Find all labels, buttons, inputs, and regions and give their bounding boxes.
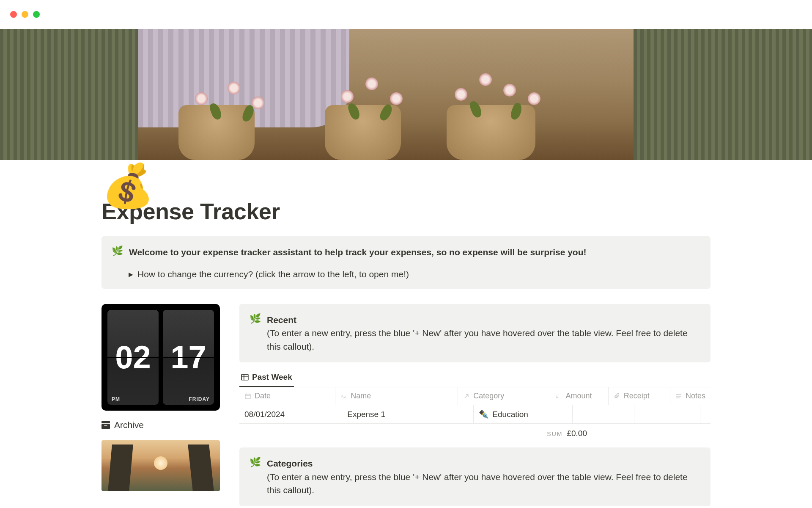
archive-label: Archive [114, 420, 144, 430]
col-receipt[interactable]: Receipt [609, 387, 670, 405]
categories-title: Categories [267, 457, 700, 470]
welcome-callout: 🌿 Welcome to your expense tracker assist… [102, 236, 710, 289]
recent-table: Date Aa Name Category # Amount [239, 387, 710, 424]
svg-rect-0 [241, 374, 248, 380]
cell-receipt[interactable] [634, 405, 700, 423]
col-category[interactable]: Category [458, 387, 550, 405]
sum-row: SUM £0.00 [239, 424, 592, 438]
svg-rect-3 [245, 394, 250, 399]
categories-callout: 🌿 Categories (To enter a new entry, pres… [239, 447, 710, 506]
table-row[interactable]: 08/01/2024 Expense 1 ✒️ Education [239, 405, 710, 424]
toggle-arrow-icon: ▶ [129, 271, 133, 278]
page-title[interactable]: Expense Tracker [102, 198, 710, 224]
clock-day: FRIDAY [189, 396, 210, 402]
sum-label: SUM [547, 431, 562, 437]
window-minimize-button[interactable] [22, 11, 28, 18]
window-close-button[interactable] [10, 11, 17, 18]
clock-hour: 02 [107, 310, 159, 405]
toggle-label: How to change the currency? (click the a… [137, 269, 409, 279]
herb-icon: 🌿 [250, 313, 261, 324]
window-chrome [0, 0, 812, 29]
col-notes[interactable]: Notes [670, 387, 710, 405]
clock-widget: 02 17 PM FRIDAY [102, 304, 220, 411]
col-amount[interactable]: # Amount [550, 387, 608, 405]
herb-icon: 🌿 [112, 246, 123, 257]
tab-past-week[interactable]: Past Week [239, 370, 294, 387]
cell-name[interactable]: Expense 1 [342, 405, 474, 423]
sum-value: £0.00 [567, 429, 587, 438]
table-header: Date Aa Name Category # Amount [239, 387, 710, 405]
col-name[interactable]: Aa Name [335, 387, 458, 405]
attachment-icon [614, 393, 620, 400]
text-icon: Aa [340, 393, 347, 400]
page-cover[interactable] [0, 29, 812, 160]
clock-period: PM [112, 396, 120, 402]
welcome-text: Welcome to your expense tracker assistan… [129, 246, 587, 259]
recent-title: Recent [267, 313, 700, 327]
archive-link[interactable]: Archive [102, 420, 220, 430]
clock-minute: 17 [163, 310, 214, 405]
category-page-icon: ✒️ [479, 409, 489, 419]
number-icon: # [555, 393, 562, 400]
herb-icon: 🌿 [250, 457, 261, 468]
categories-subtitle: (To enter a new entry, press the blue '+… [267, 470, 700, 497]
recent-subtitle: (To enter a new entry, press the blue '+… [267, 326, 700, 353]
archive-icon [102, 421, 110, 429]
table-icon [241, 373, 249, 381]
notes-icon [675, 393, 682, 400]
svg-text:#: # [556, 393, 559, 400]
cell-date[interactable]: 08/01/2024 [239, 405, 342, 423]
currency-toggle[interactable]: ▶ How to change the currency? (click the… [129, 269, 700, 279]
cell-amount[interactable] [573, 405, 634, 423]
tab-label: Past Week [252, 373, 292, 382]
cell-category[interactable]: ✒️ Education [474, 405, 573, 423]
recent-callout: 🌿 Recent (To enter a new entry, press th… [239, 304, 710, 363]
sidebar-image [102, 440, 220, 491]
cell-notes[interactable] [700, 405, 710, 423]
window-maximize-button[interactable] [33, 11, 40, 18]
recent-view-tabs: Past Week [239, 370, 710, 387]
page-icon[interactable]: 💰 [102, 164, 154, 207]
calendar-icon [244, 393, 251, 400]
col-date[interactable]: Date [239, 387, 335, 405]
relation-icon [463, 393, 470, 400]
svg-text:Aa: Aa [340, 394, 347, 400]
